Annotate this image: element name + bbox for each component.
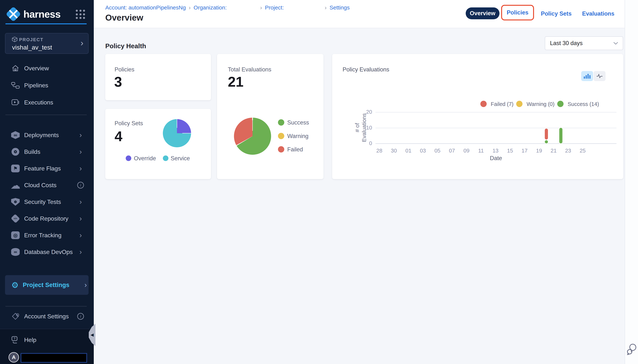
chevron-right-icon: › bbox=[325, 4, 327, 11]
right-rail bbox=[625, 0, 638, 364]
legend-dot-service bbox=[163, 156, 168, 161]
shield-icon bbox=[11, 198, 20, 206]
sidebar-item-executions[interactable]: Executions bbox=[0, 94, 94, 111]
tab-policies[interactable]: Policies bbox=[507, 9, 528, 16]
legend-label: Override bbox=[134, 155, 156, 162]
project-selector-value: vishal_av_test bbox=[12, 44, 52, 51]
layers-gear-icon: ⚙ bbox=[11, 314, 20, 319]
legend-dot-override bbox=[126, 156, 131, 161]
sidebar-item-deployments[interactable]: ∞ Deployments › bbox=[0, 126, 94, 144]
sidebar-item-code-repository[interactable]: </> Code Repository › bbox=[0, 210, 94, 227]
gridline bbox=[376, 128, 616, 128]
harness-logo-icon bbox=[6, 6, 21, 22]
sidebar-item-error-tracking[interactable]: ◎ Error Tracking › bbox=[0, 227, 94, 244]
policy-evaluations-card: Policy Evaluations Failed (7) Warning (0… bbox=[332, 54, 623, 179]
legend-label: Failed bbox=[287, 146, 303, 153]
y-axis-tick: 10 bbox=[361, 125, 372, 131]
sidebar-item-pipelines[interactable]: Pipelines bbox=[0, 77, 94, 94]
sidebar-item-label: Feature Flags bbox=[24, 165, 61, 172]
chevron-down-icon bbox=[613, 42, 618, 45]
x-axis-tick: 11 bbox=[473, 148, 488, 154]
harness-logo[interactable]: harness bbox=[7, 7, 61, 22]
section-title: Policy Health bbox=[105, 42, 146, 50]
sidebar-item-label: Security Tests bbox=[24, 198, 61, 206]
info-icon[interactable]: i bbox=[77, 313, 84, 320]
project-selector[interactable]: PROJECT vishal_av_test › bbox=[5, 33, 89, 54]
builds-icon bbox=[11, 148, 20, 156]
chevron-right-icon: › bbox=[80, 131, 82, 139]
page-header: Account: automationPipelinesNg › Organiz… bbox=[94, 0, 625, 28]
sidebar-item-database-devops[interactable]: ∞ Database DevOps › bbox=[0, 244, 94, 260]
sidebar: harness PROJECT vishal_av_test › Overvie… bbox=[0, 0, 94, 364]
breadcrumb-account[interactable]: Account: automationPipelinesNg bbox=[105, 4, 186, 11]
help-chat-icon: ? bbox=[11, 336, 20, 344]
sidebar-item-project-settings[interactable]: ⚙ Project Settings › bbox=[5, 275, 89, 295]
breadcrumb-organization[interactable]: Organization: bbox=[194, 4, 227, 11]
info-icon[interactable]: i bbox=[77, 182, 84, 188]
gear-icon: ⚙ bbox=[11, 280, 19, 290]
sidebar-item-label: Account Settings bbox=[24, 313, 69, 320]
cloud-costs-icon: ☁$ bbox=[11, 180, 20, 191]
chevron-right-icon: › bbox=[260, 4, 262, 11]
breadcrumb-project[interactable]: Project: bbox=[265, 4, 284, 11]
card-label: Total Evaluations bbox=[228, 66, 271, 73]
legend-dot-failed bbox=[278, 146, 284, 152]
tab-overview[interactable]: Overview bbox=[466, 8, 499, 19]
cube-icon bbox=[12, 36, 18, 43]
sidebar-item-account-settings[interactable]: ⚙ Account Settings i bbox=[0, 308, 94, 325]
legend-dot-warning bbox=[278, 133, 284, 139]
x-axis-tick: 03 bbox=[416, 148, 430, 154]
sidebar-item-security-tests[interactable]: Security Tests › bbox=[0, 193, 94, 210]
legend-label: Service bbox=[171, 155, 190, 162]
chevron-right-icon: › bbox=[80, 198, 82, 206]
svg-text:?: ? bbox=[14, 337, 16, 340]
sidebar-accent-rule bbox=[6, 24, 87, 24]
x-axis-tick: 07 bbox=[445, 148, 459, 154]
project-selector-label: PROJECT bbox=[19, 37, 44, 42]
chevron-right-icon: › bbox=[80, 231, 82, 239]
sidebar-item-help[interactable]: ? Help bbox=[0, 332, 94, 347]
chevron-right-icon: › bbox=[80, 248, 82, 256]
support-chat-icon[interactable] bbox=[626, 342, 638, 356]
sidebar-item-label: Builds bbox=[24, 148, 40, 155]
policies-count: 3 bbox=[114, 74, 122, 90]
breadcrumb: Account: automationPipelinesNg › Organiz… bbox=[105, 4, 350, 11]
card-label: Policies bbox=[115, 66, 134, 73]
legend-label: Warning bbox=[287, 133, 308, 140]
home-icon bbox=[11, 64, 20, 72]
time-range-dropdown[interactable]: Last 30 days bbox=[545, 36, 623, 50]
x-axis-tick: 25 bbox=[575, 148, 590, 154]
gridline bbox=[376, 112, 616, 112]
page-title: Overview bbox=[105, 12, 143, 23]
sidebar-item-label: Deployments bbox=[24, 132, 59, 138]
deployments-icon: ∞ bbox=[11, 131, 20, 139]
tab-evaluations[interactable]: Evaluations bbox=[582, 10, 614, 17]
sidebar-item-feature-flags[interactable]: ⚑ Feature Flags › bbox=[0, 160, 94, 177]
legend-label: Success bbox=[287, 119, 309, 126]
breadcrumb-settings[interactable]: Settings bbox=[330, 4, 350, 11]
sidebar-item-overview[interactable]: Overview bbox=[0, 60, 94, 77]
sidebar-item-label: Code Repository bbox=[24, 215, 68, 222]
policy-sets-pie-chart bbox=[163, 119, 191, 147]
chevron-right-icon: › bbox=[80, 164, 82, 172]
sidebar-item-label: Executions bbox=[24, 99, 53, 106]
x-axis-tick: 30 bbox=[386, 148, 401, 154]
bar-segment-success[interactable] bbox=[559, 127, 563, 144]
avatar[interactable]: A bbox=[9, 352, 19, 362]
tab-policy-sets[interactable]: Policy Sets bbox=[541, 10, 571, 17]
total-evaluations-count: 21 bbox=[228, 74, 244, 90]
sidebar-item-cloud-costs[interactable]: ☁$ Cloud Costs i bbox=[0, 176, 94, 194]
executions-icon bbox=[11, 99, 20, 106]
sidebar-divider bbox=[6, 115, 87, 115]
policies-card: Policies 3 bbox=[105, 54, 211, 100]
policy-sets-count: 4 bbox=[115, 128, 122, 144]
x-axis-tick: 21 bbox=[546, 148, 561, 154]
x-axis-tick: 13 bbox=[488, 148, 503, 154]
bar-segment-failed[interactable] bbox=[544, 128, 548, 140]
app-grid-icon[interactable] bbox=[76, 10, 85, 19]
bar-segment-success[interactable] bbox=[544, 140, 548, 144]
chevron-right-icon: › bbox=[80, 148, 82, 156]
legend-dot-success bbox=[278, 119, 284, 126]
sidebar-item-builds[interactable]: Builds › bbox=[0, 143, 94, 160]
x-axis-tick: 23 bbox=[561, 148, 576, 154]
